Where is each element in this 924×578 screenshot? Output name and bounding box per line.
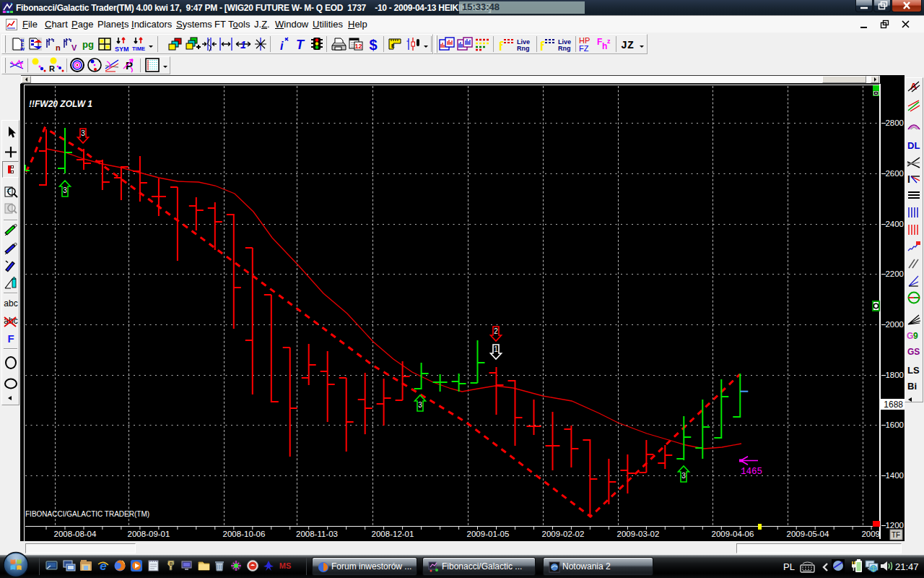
- svg-text:3: 3: [63, 186, 67, 194]
- svg-text:2008-08-04: 2008-08-04: [54, 530, 97, 538]
- svg-text:2008-09-01: 2008-09-01: [128, 530, 170, 538]
- svg-text:2008-11-03: 2008-11-03: [296, 530, 338, 538]
- svg-text:1688: 1688: [884, 400, 903, 410]
- svg-text:2000: 2000: [885, 320, 904, 329]
- svg-text:2009-02-02: 2009-02-02: [542, 530, 585, 538]
- svg-text:B: B: [170, 561, 173, 566]
- svg-text:2600: 2600: [885, 169, 904, 178]
- svg-text:FIBONACCI/GALACTIC TRADER(TM): FIBONACCI/GALACTIC TRADER(TM): [25, 510, 149, 518]
- svg-text:2800: 2800: [885, 118, 904, 127]
- svg-text:1: 1: [494, 345, 498, 353]
- svg-text:2008-10-06: 2008-10-06: [223, 530, 266, 538]
- svg-text:2200: 2200: [885, 269, 904, 278]
- svg-text:e: e: [100, 559, 106, 572]
- svg-text:3: 3: [418, 401, 422, 409]
- svg-text:1465: 1465: [741, 467, 762, 477]
- svg-text:TF: TF: [892, 531, 900, 539]
- svg-text:2: 2: [494, 327, 498, 335]
- svg-text:2008-12-01: 2008-12-01: [372, 530, 414, 538]
- svg-text:!!FW20 ZOLW 1: !!FW20 ZOLW 1: [29, 99, 92, 109]
- svg-text:2009-03-02: 2009-03-02: [617, 530, 660, 538]
- svg-text:1400: 1400: [885, 471, 904, 480]
- svg-text:3: 3: [81, 129, 85, 137]
- svg-text:2400: 2400: [885, 220, 904, 228]
- svg-text:1200: 1200: [885, 521, 904, 530]
- svg-text:2009-04-06: 2009-04-06: [712, 530, 754, 538]
- svg-text:3: 3: [681, 472, 686, 480]
- svg-text:1800: 1800: [885, 371, 904, 379]
- svg-text:MS: MS: [279, 561, 292, 570]
- svg-text:1600: 1600: [885, 420, 904, 429]
- svg-text:2009-01-05: 2009-01-05: [467, 530, 510, 538]
- svg-text:2009: 2009: [861, 530, 880, 538]
- svg-text:2009-05-04: 2009-05-04: [787, 530, 829, 538]
